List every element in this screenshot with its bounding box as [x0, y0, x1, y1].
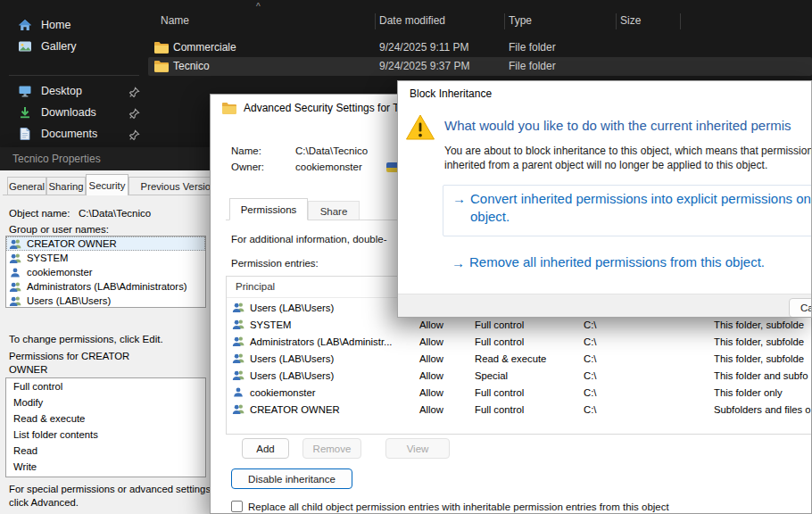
additional-info-text: For additional information, double- [231, 234, 387, 245]
cell-type: Allow [419, 404, 443, 415]
cell-inherited-from: C:\ [584, 404, 596, 415]
block-dialog-title: Block Inheritance [410, 87, 492, 100]
permission-item: List folder contents [6, 427, 205, 443]
warning-icon [405, 113, 435, 141]
cell-inherited-from: C:\ [584, 387, 596, 398]
sidebar-item-label: Desktop [41, 85, 82, 97]
list-item-label: CREATOR OWNER [27, 238, 117, 249]
folder-icon [153, 60, 169, 72]
cell-applies-to: Subfolders and files o [714, 404, 811, 415]
sidebar-divider [9, 75, 139, 76]
column-header-size[interactable]: Size [620, 14, 641, 27]
tab-general[interactable]: General [7, 177, 46, 195]
list-item-users[interactable]: Users (LAB\Users) [6, 294, 205, 308]
replace-permissions-checkbox[interactable] [231, 501, 243, 512]
remove-permissions-label: Remove all inherited permissions from th… [469, 253, 765, 271]
column-divider[interactable] [616, 13, 617, 29]
column-divider[interactable] [680, 13, 681, 29]
disable-inheritance-button[interactable]: Disable inheritance [231, 468, 352, 489]
pin-icon [128, 107, 140, 119]
group-icon [232, 319, 245, 331]
cell-principal: Users (LAB\Users) [250, 303, 334, 313]
column-header-principal[interactable]: Principal [236, 281, 275, 292]
name-value: C:\Data\Tecnico [295, 145, 368, 156]
view-button[interactable]: View [385, 438, 450, 459]
gallery-icon [18, 39, 32, 54]
sidebar-item-downloads[interactable]: Downloads [5, 102, 143, 123]
sidebar-item-label: Documents [41, 128, 97, 140]
block-inheritance-dialog: Block Inheritance What would you like to… [397, 80, 812, 318]
block-dialog-body-line1: You are about to block inheritance to th… [444, 145, 812, 157]
table-row[interactable]: cookiemonster Allow Full control C:\ Thi… [227, 385, 812, 402]
object-name-value: C:\Data\Tecnico [79, 208, 151, 219]
list-item-creator-owner[interactable]: CREATOR OWNER [6, 236, 205, 251]
permission-item: Write [6, 459, 205, 475]
tab-share[interactable]: Share [308, 201, 360, 220]
permissions-list: Full control Modify Read & execute List … [5, 377, 206, 477]
name-label: Name: [231, 145, 261, 156]
list-item-label: SYSTEM [27, 253, 68, 263]
cell-applies-to: This folder, subfolde [714, 336, 804, 347]
user-icon [232, 386, 245, 399]
permissions-label: Permissions for CREATOR OWNER [9, 350, 152, 377]
convert-permissions-option[interactable]: Convert inherited permissions into expli… [443, 185, 812, 236]
properties-dialog: Tecnico Properties General Sharing Secur… [0, 147, 228, 514]
tab-sharing[interactable]: Sharing [46, 177, 86, 195]
sidebar-item-gallery[interactable]: Gallery [5, 36, 143, 57]
table-row[interactable]: Users (LAB\Users) Allow Read & execute C… [227, 351, 812, 368]
dialog-footer [398, 294, 811, 318]
column-header-date-modified[interactable]: Date modified [379, 14, 445, 27]
table-row[interactable]: Users (LAB\Users) Allow Special C:\ This… [227, 368, 812, 385]
list-item-cookiemonster[interactable]: cookiemonster [6, 265, 205, 279]
cell-inherited-from: C:\ [584, 336, 596, 347]
column-divider[interactable] [375, 13, 376, 29]
list-item-system[interactable]: SYSTEM [6, 251, 205, 265]
table-row[interactable]: CREATOR OWNER Allow Full control C:\ Sub… [227, 402, 812, 419]
table-row[interactable]: Administrators (LAB\Administr... Allow F… [227, 334, 812, 351]
cancel-button[interactable]: Cancel [789, 298, 812, 318]
cell-type: Allow [419, 319, 443, 330]
file-date: 9/24/2025 9:11 PM [379, 41, 469, 54]
pin-icon [128, 86, 140, 97]
sidebar-item-desktop[interactable]: Desktop [5, 80, 143, 102]
sidebar-item-label: Home [41, 19, 70, 31]
file-row-commerciale[interactable]: Commerciale 9/24/2025 9:11 PM File folde… [148, 38, 812, 57]
column-header-name[interactable]: Name [161, 14, 189, 27]
tab-security[interactable]: Security [86, 174, 128, 195]
owner-value: cookiemonster [295, 162, 362, 172]
file-name: Tecnico [173, 60, 210, 72]
cell-principal: CREATOR OWNER [250, 404, 340, 415]
remove-button[interactable]: Remove [302, 438, 361, 459]
column-divider[interactable] [504, 13, 505, 29]
replace-permissions-label: Replace all child object permission entr… [248, 502, 669, 512]
cell-principal: Users (LAB\Users) [250, 370, 334, 381]
permission-item: Full control [6, 378, 205, 394]
cell-inherited-from: C:\ [584, 319, 596, 330]
permission-item: Modify [6, 394, 205, 410]
cell-inherited-from: C:\ [584, 353, 596, 364]
group-icon [232, 336, 245, 348]
column-header-type[interactable]: Type [509, 14, 532, 27]
cell-inherited-from: C:\ [584, 370, 596, 381]
cell-applies-to: This folder, subfolde [714, 353, 804, 364]
add-button[interactable]: Add [242, 438, 289, 459]
cell-access: Full control [475, 387, 524, 398]
permission-entries-label: Permission entries: [231, 258, 319, 269]
permission-item: Read [6, 443, 205, 459]
sidebar-item-home[interactable]: Home [5, 14, 143, 36]
screen: ^ Name Date modified Type Size Commercia… [0, 0, 812, 514]
sort-ascending-icon[interactable]: ^ [256, 2, 261, 12]
file-date: 9/24/2025 9:37 PM [379, 60, 469, 72]
cell-type: Allow [419, 353, 443, 364]
file-type: File folder [509, 41, 556, 54]
tab-permissions[interactable]: Permissions [229, 198, 308, 220]
table-row[interactable]: SYSTEM Allow Full control C:\ This folde… [227, 317, 812, 334]
cell-applies-to: This folder only [714, 387, 783, 398]
list-item-administrators[interactable]: Administrators (LAB\Administrators) [6, 279, 205, 294]
desktop-icon [18, 84, 32, 98]
group-icon [9, 253, 22, 264]
sidebar-item-documents[interactable]: Documents [5, 123, 143, 145]
list-item-label: cookiemonster [27, 267, 92, 278]
file-row-tecnico[interactable]: Tecnico 9/24/2025 9:37 PM File folder [148, 57, 812, 76]
cell-access: Full control [475, 336, 524, 347]
